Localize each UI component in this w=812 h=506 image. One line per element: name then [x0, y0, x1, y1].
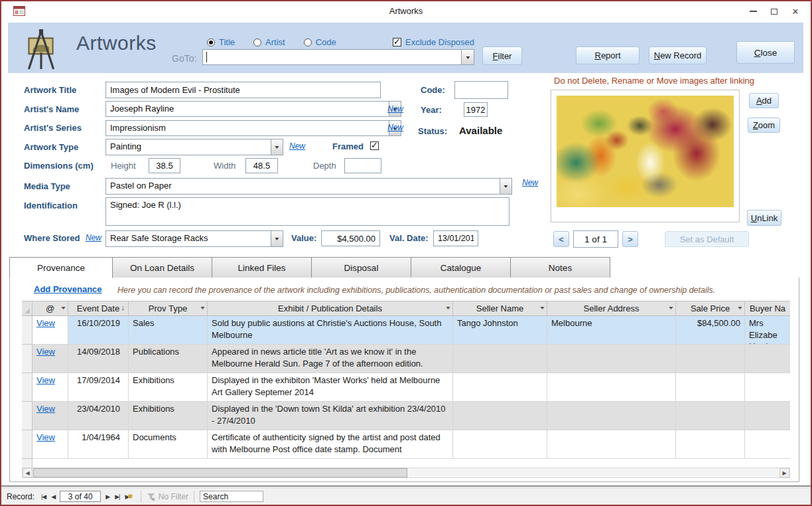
horizontal-scrollbar[interactable]: ◀ ▶	[22, 467, 790, 478]
year-input[interactable]	[464, 102, 488, 117]
goto-combobox[interactable]: ▼	[202, 49, 474, 65]
record-selector[interactable]	[22, 316, 33, 345]
prov-type-cell[interactable]: Publications	[129, 345, 208, 373]
seller-name-cell[interactable]: Tango Johnston	[453, 316, 547, 345]
no-filter-toggle[interactable]: No Filter	[147, 492, 188, 501]
details-cell[interactable]: Sold buy public austions at Christie's A…	[208, 316, 453, 345]
artist-name-combobox[interactable]: Joeseph Rayline ▼	[105, 101, 401, 117]
value-input[interactable]	[321, 230, 380, 246]
new-series-link[interactable]: New	[387, 123, 403, 132]
event-date-cell[interactable]: 16/10/2019	[68, 316, 129, 345]
new-type-link[interactable]: New	[289, 141, 305, 151]
last-record-icon[interactable]: ▶|	[115, 493, 119, 500]
code-input[interactable]	[454, 81, 508, 99]
set-as-default-button[interactable]: Set as Default	[665, 231, 749, 247]
view-link[interactable]: View	[36, 318, 55, 328]
prov-type-cell[interactable]: Documents	[129, 430, 208, 459]
column-header-sale-price[interactable]: Sale Price▼	[676, 301, 745, 316]
artist-series-combobox[interactable]: Impressionism ▼	[105, 120, 401, 136]
chevron-down-icon[interactable]: ▼	[271, 231, 283, 246]
sale-price-cell[interactable]	[676, 345, 745, 373]
filter-dropdown-icon[interactable]: ▼	[60, 305, 66, 310]
record-selector[interactable]	[22, 345, 33, 373]
new-stored-link[interactable]: New	[86, 233, 102, 242]
new-media-link[interactable]: New	[522, 178, 538, 187]
buyer-name-cell[interactable]	[745, 373, 790, 402]
event-date-cell[interactable]: 1/04/1964	[68, 430, 129, 459]
next-image-button[interactable]: >	[622, 231, 638, 247]
media-type-combobox[interactable]: Pastel on Paper ▼	[105, 178, 512, 195]
seller-address-cell[interactable]	[547, 373, 676, 402]
zoom-image-button[interactable]: Zoom	[748, 118, 780, 133]
scrollbar-thumb[interactable]	[33, 468, 407, 477]
maximize-button[interactable]	[766, 5, 783, 17]
seller-name-cell[interactable]	[453, 345, 547, 373]
seller-address-cell[interactable]	[547, 430, 676, 459]
depth-input[interactable]	[344, 158, 381, 173]
details-cell[interactable]: Displayed in the 'Down town St Kilda' ar…	[208, 402, 453, 430]
event-date-cell[interactable]: 17/09/2014	[68, 373, 129, 402]
add-provenance-link[interactable]: Add Provenance	[34, 284, 102, 294]
tab-on-loan-details[interactable]: On Loan Details	[113, 257, 212, 278]
minimize-button[interactable]	[744, 5, 762, 17]
view-link[interactable]: View	[36, 375, 55, 385]
buyer-name-cell[interactable]	[745, 345, 790, 373]
sale-price-cell[interactable]	[676, 402, 745, 430]
framed-checkbox[interactable]	[370, 141, 379, 150]
event-date-cell[interactable]: 23/04/2010	[68, 402, 129, 430]
first-record-icon[interactable]: |◀	[41, 493, 46, 500]
buyer-name-cell[interactable]	[745, 430, 790, 459]
radio-title[interactable]: Title	[207, 37, 235, 47]
table-row[interactable]: View 23/04/2010 Exhibitions Displayed in…	[22, 402, 790, 430]
column-header-buyer-name[interactable]: Buyer Na	[745, 301, 790, 316]
exclude-disposed-checkbox[interactable]: Exclude Disposed	[393, 37, 474, 47]
tab-catalogue[interactable]: Catalogue	[411, 257, 511, 278]
new-record-button[interactable]: New Record	[649, 46, 707, 64]
prov-type-cell[interactable]: Exhibitions	[129, 402, 208, 430]
val-date-input[interactable]	[433, 230, 478, 246]
filter-button[interactable]: Filter	[482, 46, 522, 65]
view-link[interactable]: View	[36, 404, 55, 414]
table-row[interactable]: View 16/10/2019 Sales Sold buy public au…	[22, 316, 790, 345]
chevron-down-icon[interactable]: ▼	[271, 139, 283, 155]
seller-address-cell[interactable]: Melbourne	[547, 316, 676, 345]
close-form-button[interactable]: Close	[736, 41, 795, 64]
chevron-down-icon[interactable]: ▼	[500, 179, 511, 194]
seller-name-cell[interactable]	[453, 373, 547, 402]
record-selector[interactable]	[22, 430, 33, 459]
artwork-type-combobox[interactable]: Painting ▼	[105, 139, 283, 155]
prov-type-cell[interactable]: Sales	[129, 316, 208, 345]
table-row[interactable]: View 1/04/1964 Documents Certificate of …	[22, 430, 790, 459]
tab-disposal[interactable]: Disposal	[312, 257, 411, 278]
seller-address-cell[interactable]	[547, 402, 676, 430]
view-link[interactable]: View	[36, 432, 55, 442]
tab-linked-files[interactable]: Linked Files	[212, 257, 312, 278]
column-header-event-date[interactable]: Event Date↓	[68, 301, 129, 316]
seller-name-cell[interactable]	[453, 402, 547, 430]
add-image-button[interactable]: Add	[749, 93, 779, 108]
report-button[interactable]: Report	[576, 46, 640, 64]
column-header-details[interactable]: Exhibit / Publication Details▼	[208, 301, 453, 316]
seller-name-cell[interactable]	[453, 430, 547, 459]
column-header-seller-address[interactable]: Seller Address▼	[547, 301, 676, 316]
filter-dropdown-icon[interactable]: ▼	[736, 305, 743, 310]
artwork-title-input[interactable]	[105, 82, 381, 98]
where-stored-combobox[interactable]: Rear Safe Storage Racks ▼	[105, 230, 283, 247]
scroll-left-icon[interactable]: ◀	[23, 468, 33, 477]
height-input[interactable]	[149, 158, 180, 173]
previous-record-icon[interactable]: ◀	[51, 493, 55, 500]
prov-type-cell[interactable]: Exhibitions	[129, 373, 208, 402]
search-input[interactable]	[200, 491, 263, 502]
next-record-icon[interactable]: ▶	[105, 493, 109, 500]
details-cell[interactable]: Displayed in the exhibiton 'Master Works…	[208, 373, 453, 402]
column-header-prov-type[interactable]: Prov Type▼	[129, 301, 208, 316]
radio-code[interactable]: Code	[304, 37, 336, 47]
column-header-seller-name[interactable]: Seller Name▼	[453, 301, 547, 316]
sale-price-cell[interactable]	[676, 373, 745, 402]
details-cell[interactable]: Appeared in news article title 'Art as w…	[208, 345, 453, 373]
scroll-right-icon[interactable]: ▶	[779, 468, 789, 477]
record-position[interactable]: 3 of 40	[60, 491, 101, 502]
width-input[interactable]	[245, 158, 278, 173]
filter-dropdown-icon[interactable]: ▼	[444, 305, 451, 310]
new-artist-link[interactable]: New	[387, 104, 403, 114]
